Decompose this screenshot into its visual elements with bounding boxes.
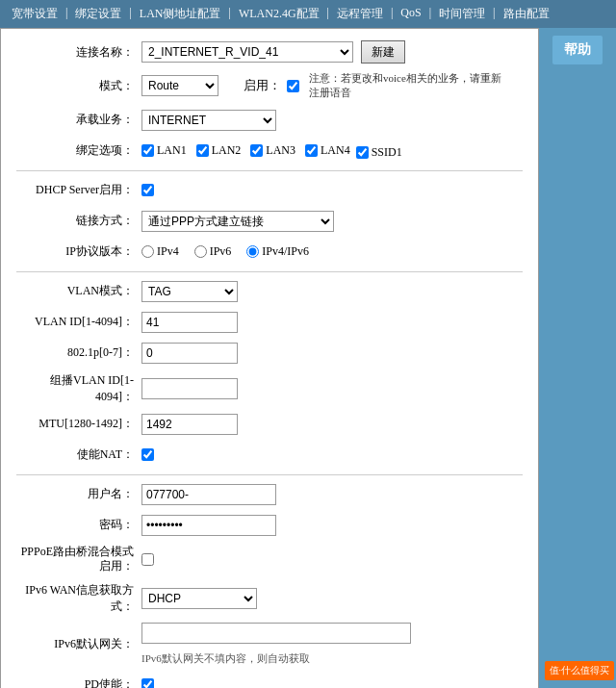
binding-lan1: LAN1 [141,143,187,158]
nav-item-broadband[interactable]: 宽带设置 [8,4,62,24]
connection-name-select[interactable]: 2_INTERNET_R_VID_41 [141,41,353,63]
ipv4-option: IPv4 [141,244,179,259]
binding-row: 绑定选项： LAN1 LAN2 LAN3 [16,140,523,163]
8021p-row: 802.1p[0-7]： [16,342,523,365]
service-select[interactable]: INTERNET [141,110,276,131]
8021p-control [141,343,523,364]
password-input[interactable] [141,515,276,536]
service-label: 承载业务： [16,112,141,128]
ipv6-radio[interactable] [194,245,207,258]
nav-separator-1: | [62,4,71,24]
nat-label: 使能NAT： [16,446,141,463]
divider-2 [16,271,523,272]
connection-name-control: 2_INTERNET_R_VID_41 新建 [141,40,523,64]
nav-separator-2: | [125,4,135,24]
pppoe-bridge-checkbox[interactable] [141,553,154,566]
nat-checkbox[interactable] [141,448,154,461]
ipv4-radio[interactable] [141,245,154,258]
password-label: 密码： [16,517,141,533]
pppoe-bridge-label: PPPoE路由桥混合模式启用： [16,545,141,574]
service-row: 承载业务： INTERNET [16,109,523,132]
watermark: 值·什么值得买 [545,661,615,680]
nat-row: 使能NAT： [16,444,523,467]
multicast-vlan-control [141,378,523,399]
ipv4ipv6-radio[interactable] [246,245,259,258]
binding-control: LAN1 LAN2 LAN3 LAN4 [141,141,523,160]
lan2-label: LAN2 [212,143,242,158]
ipv4ipv6-option: IPv4/IPv6 [246,244,309,259]
username-row: 用户名： [16,483,523,506]
8021p-input[interactable] [141,343,238,364]
help-button[interactable]: 帮助 [552,36,603,64]
8021p-label: 802.1p[0-7]： [16,344,141,361]
note-text: 注意：若更改和voice相关的业务，请重新注册语音 [309,71,501,101]
ipv6-wan-row: IPv6 WAN信息获取方式： DHCP [16,582,523,615]
pd-enable-label: PD使能： [16,676,141,688]
mode-select[interactable]: Route [141,75,218,96]
mtu-row: MTU[1280-1492]： [16,413,523,436]
multicast-vlan-input[interactable] [141,378,238,399]
ip-proto-row: IP协议版本： IPv4 IPv6 IPv4/IPv6 [16,241,523,264]
nav-separator-6: | [425,4,435,24]
ipv6-gateway-control: IPv6默认网关不填内容，则自动获取 [141,623,523,666]
top-nav: // render nav items inline 宽带设置 | 绑定设置 |… [0,0,616,28]
mode-label: 模式： [16,78,141,94]
pd-enable-checkbox[interactable] [141,678,154,688]
mtu-control [141,414,523,435]
password-row: 密码： [16,514,523,537]
divider-1 [16,170,523,171]
ipv6-gateway-input[interactable] [141,623,411,644]
lan1-label: LAN1 [157,143,187,158]
vlan-mode-control: TAG [141,281,523,302]
nav-item-time[interactable]: 时间管理 [435,4,489,24]
divider-3 [16,474,523,475]
pppoe-bridge-control [141,553,523,566]
ipv6-wan-select[interactable]: DHCP [141,588,257,609]
sidebar: 帮助 [539,28,616,688]
nav-item-qos[interactable]: QoS [397,4,424,24]
mode-row: 模式： Route 启用： 注意：若更改和voice相关的业务，请重新注册语音 [16,71,523,101]
enable-checkbox[interactable] [287,80,299,92]
vlan-id-label: VLAN ID[1-4094]： [16,314,141,330]
ipv4-label: IPv4 [157,244,179,259]
vlan-mode-select[interactable]: TAG [141,281,238,302]
username-input[interactable] [141,484,276,505]
lan2-checkbox[interactable] [196,144,209,157]
lan4-checkbox[interactable] [305,144,318,157]
nav-item-lan[interactable]: LAN侧地址配置 [136,4,225,24]
nav-item-binding[interactable]: 绑定设置 [71,4,125,24]
dhcp-checkbox[interactable] [141,184,154,196]
nav-item-remote[interactable]: 远程管理 [333,4,387,24]
ipv6-wan-label: IPv6 WAN信息获取方式： [16,582,141,615]
ssid1-label: SSID1 [372,145,402,160]
dhcp-label: DHCP Server启用： [16,182,141,198]
username-label: 用户名： [16,486,141,502]
link-mode-select[interactable]: 通过PPP方式建立链接 [141,211,334,232]
binding-lan4: LAN4 [305,143,350,158]
ip-proto-control: IPv4 IPv6 IPv4/IPv6 [141,244,523,259]
vlan-id-input[interactable] [141,312,238,333]
nav-separator-7: | [489,4,499,24]
binding-options-row2: SSID1 [356,145,402,160]
mode-control: Route 启用： 注意：若更改和voice相关的业务，请重新注册语音 [141,71,523,101]
lan1-checkbox[interactable] [141,144,154,157]
ipv6-option: IPv6 [194,244,232,259]
connection-name-label: 连接名称： [16,44,141,61]
nav-item-wlan[interactable]: WLAN2.4G配置 [235,4,323,24]
binding-lan3: LAN3 [250,143,295,158]
pd-enable-row: PD使能： [16,674,523,688]
pppoe-bridge-row: PPPoE路由桥混合模式启用： [16,545,523,574]
password-control [141,515,523,536]
lan3-checkbox[interactable] [250,144,263,157]
mtu-input[interactable] [141,414,238,435]
ipv6-gateway-hint: IPv6默认网关不填内容，则自动获取 [141,651,310,666]
nav-item-route[interactable]: 路由配置 [500,4,553,24]
ssid1-checkbox[interactable] [356,146,369,159]
binding-lan2: LAN2 [196,143,242,158]
ip-proto-label: IP协议版本： [16,243,141,260]
new-connection-button[interactable]: 新建 [361,40,405,64]
lan4-label: LAN4 [321,143,350,158]
binding-options: LAN1 LAN2 LAN3 LAN4 [141,143,350,158]
ipv4ipv6-label: IPv4/IPv6 [262,244,309,259]
mtu-label: MTU[1280-1492]： [16,416,141,432]
